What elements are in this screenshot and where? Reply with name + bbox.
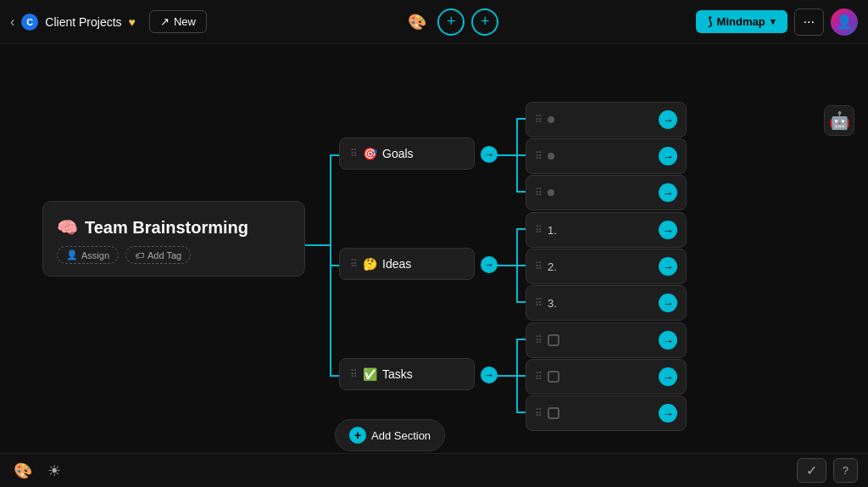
add-tag-label: Add Tag: [147, 250, 181, 260]
root-title: 🧠 Team Brainstorming: [57, 217, 291, 238]
checkbox-t2[interactable]: [548, 371, 559, 383]
expand-t2-button[interactable]: →: [659, 367, 677, 386]
root-title-text: Team Brainstorming: [85, 218, 248, 238]
goal-child-3: ⠿ →: [526, 175, 687, 210]
add-user1-button[interactable]: +: [437, 8, 465, 36]
palette-button[interactable]: 🎨: [10, 460, 36, 482]
add-section-button[interactable]: + Add Section: [335, 419, 445, 451]
tasks-connector[interactable]: →: [481, 367, 498, 383]
tasks-label: Tasks: [382, 367, 413, 381]
add-tag-button[interactable]: 🏷 Add Tag: [125, 246, 191, 264]
drag-handle-t1: ⠿: [535, 334, 542, 346]
goal-child-2: ⠿ →: [526, 138, 687, 174]
expand-g2-button[interactable]: →: [659, 147, 677, 165]
drag-handle-t3: ⠿: [535, 407, 542, 419]
task-child-3: ⠿ →: [526, 395, 687, 431]
expand-g1-button[interactable]: →: [659, 110, 677, 129]
assign-icon: 👤: [66, 249, 78, 260]
user-avatar[interactable]: 👤: [831, 8, 858, 36]
mindmap-label: Mindmap: [717, 15, 765, 28]
goals-connector[interactable]: →: [481, 146, 498, 163]
drag-handle-i1: ⠿: [535, 224, 542, 236]
goals-emoji: 🎯: [363, 147, 377, 160]
sun-button[interactable]: ☀: [44, 460, 64, 482]
check-button[interactable]: ✓: [797, 458, 826, 483]
back-button[interactable]: ‹: [10, 14, 14, 30]
topbar: ‹ C Client Projects ♥ ↗ New 🎨 + + ⟆ Mind…: [0, 0, 868, 44]
topbar-center: 🎨 + +: [207, 8, 696, 36]
bottombar: 🎨 ☀ ✓ ?: [0, 453, 868, 487]
add-plus-icon: +: [349, 427, 366, 444]
bottom-left: 🎨 ☀: [10, 460, 64, 482]
idea-num-1: 1.: [548, 224, 557, 237]
help-button[interactable]: ?: [833, 458, 858, 483]
project-name[interactable]: Client Projects: [45, 15, 121, 29]
idea-num-3: 3.: [548, 297, 557, 310]
bullet-g3: [548, 189, 554, 196]
expand-i3-button[interactable]: →: [659, 294, 677, 312]
topbar-right: ⟆ Mindmap ▾ ··· 👤: [696, 8, 858, 36]
drag-handle-t2: ⠿: [535, 371, 542, 383]
more-options-button[interactable]: ···: [794, 8, 824, 36]
task-child-1: ⠿ →: [526, 322, 687, 358]
section-ideas[interactable]: ⠿ 🤔 Ideas: [339, 248, 475, 280]
drag-handle-g1: ⠿: [535, 114, 542, 126]
expand-t3-button[interactable]: →: [659, 404, 677, 423]
back-arrow-icon: ‹: [10, 14, 14, 30]
ideas-emoji: 🤔: [363, 257, 377, 271]
drag-handle-i3: ⠿: [535, 297, 542, 309]
mindmap-button[interactable]: ⟆ Mindmap ▾: [696, 10, 787, 33]
drag-handle-g3: ⠿: [535, 187, 542, 199]
task-child-2: ⠿ →: [526, 359, 687, 395]
root-emoji: 🧠: [57, 217, 78, 238]
bullet-g1: [548, 116, 554, 123]
checkbox-t1[interactable]: [548, 334, 559, 346]
idea-num-2: 2.: [548, 260, 557, 273]
checkbox-t3[interactable]: [548, 407, 559, 419]
root-actions: 👤 Assign 🏷 Add Tag: [57, 246, 291, 264]
assign-label: Assign: [81, 250, 109, 260]
ideas-label: Ideas: [382, 257, 411, 271]
expand-t1-button[interactable]: →: [659, 331, 677, 350]
ghost-icon: 🤖: [824, 105, 854, 136]
new-btn-icon: ↗: [160, 15, 170, 28]
new-button[interactable]: ↗ New: [149, 10, 207, 33]
root-node: 🧠 Team Brainstorming 👤 Assign 🏷 Add Tag: [42, 201, 305, 277]
expand-i1-button[interactable]: →: [659, 221, 677, 239]
bottom-right: ✓ ?: [797, 458, 858, 483]
assign-button[interactable]: 👤 Assign: [57, 246, 119, 264]
project-badge: C: [21, 14, 38, 31]
mindmap-icon: ⟆: [708, 15, 712, 28]
mindmap-chevron-icon: ▾: [771, 16, 776, 27]
tasks-emoji: ✅: [363, 367, 377, 381]
add-user2-button[interactable]: +: [471, 8, 498, 36]
drag-handle-goals: ⠿: [350, 148, 358, 160]
drag-handle-i2: ⠿: [535, 260, 542, 272]
ideas-connector[interactable]: →: [481, 256, 498, 273]
expand-g3-button[interactable]: →: [659, 183, 677, 202]
goals-label: Goals: [382, 147, 414, 160]
idea-child-3: ⠿ 3. →: [526, 285, 687, 321]
tag-icon: 🏷: [135, 250, 144, 260]
new-btn-label: New: [174, 15, 196, 28]
topbar-left: ‹ C Client Projects ♥ ↗ New: [10, 10, 207, 33]
expand-i2-button[interactable]: →: [659, 257, 677, 276]
section-goals[interactable]: ⠿ 🎯 Goals: [339, 137, 475, 170]
goal-child-1: ⠿ →: [526, 102, 687, 137]
drag-handle-g2: ⠿: [535, 150, 542, 162]
idea-child-2: ⠿ 2. →: [526, 249, 687, 284]
idea-child-1: ⠿ 1. →: [526, 212, 687, 248]
drag-handle-tasks: ⠿: [350, 368, 358, 380]
add-section-label: Add Section: [371, 429, 431, 442]
heart-icon: ♥: [129, 15, 136, 29]
drag-handle-ideas: ⠿: [350, 258, 358, 270]
bullet-g2: [548, 153, 554, 160]
section-tasks[interactable]: ⠿ ✅ Tasks: [339, 358, 475, 390]
mindmap-canvas: 🧠 Team Brainstorming 👤 Assign 🏷 Add Tag …: [0, 44, 868, 453]
avatar-user1: 🎨: [403, 8, 431, 36]
